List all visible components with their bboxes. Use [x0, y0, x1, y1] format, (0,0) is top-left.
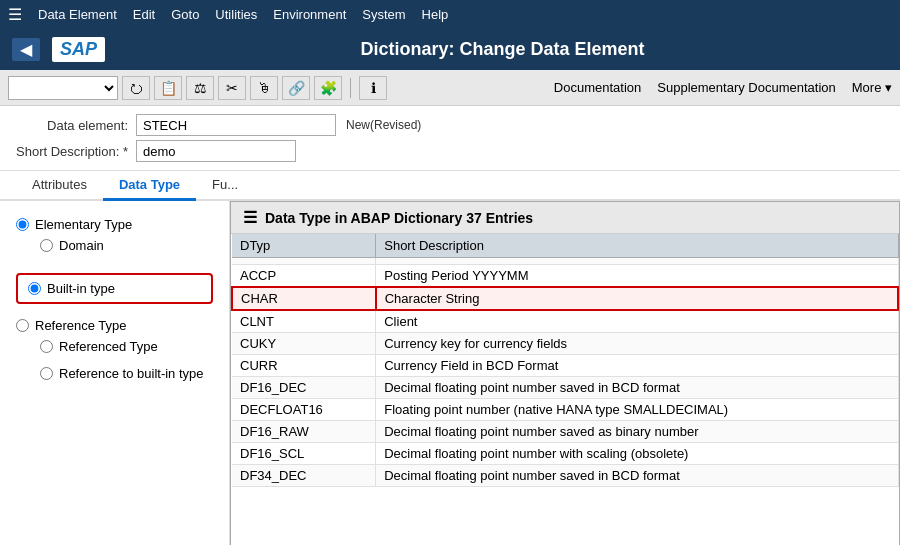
short-desc-input[interactable]: [136, 140, 296, 162]
ref-builtin-label[interactable]: Reference to built-in type: [59, 366, 204, 381]
menu-edit[interactable]: Edit: [133, 7, 155, 22]
table-cell-description: Posting Period YYYYMM: [376, 265, 898, 288]
table-cell-dtype: ACCP: [232, 265, 376, 288]
referenced-type-label[interactable]: Referenced Type: [59, 339, 158, 354]
table-row[interactable]: DF16_RAWDecimal floating point number sa…: [232, 421, 898, 443]
table-row[interactable]: ACCPPosting Period YYYYMM: [232, 265, 898, 288]
nav-links: Documentation Supplementary Documentatio…: [554, 80, 892, 95]
menu-data-element[interactable]: Data Element: [38, 7, 117, 22]
toolbar-btn-2[interactable]: 📋: [154, 76, 182, 100]
main-content: Elementary Type Domain Built-in type Ref…: [0, 201, 900, 545]
table-row[interactable]: DF16_SCLDecimal floating point number wi…: [232, 443, 898, 465]
data-element-label: Data element:: [16, 118, 136, 133]
table-cell-description: Decimal floating point number with scali…: [376, 443, 898, 465]
domain-item: Domain: [40, 238, 213, 253]
reference-type-group: Reference Type Referenced Type Reference…: [16, 318, 213, 387]
table-cell-dtype: DF16_DEC: [232, 377, 376, 399]
referenced-type-item: Referenced Type: [40, 339, 213, 354]
menu-hamburger-icon[interactable]: ☰: [8, 5, 22, 24]
ref-builtin-item: Reference to built-in type: [40, 366, 213, 381]
table-cell-description: Decimal floating point number saved in B…: [376, 377, 898, 399]
table-cell-description: Decimal floating point number saved as b…: [376, 421, 898, 443]
data-element-input[interactable]: [136, 114, 336, 136]
referenced-type-radio[interactable]: [40, 340, 53, 353]
table-cell-dtype: CLNT: [232, 310, 376, 333]
back-button[interactable]: ◀: [12, 38, 40, 61]
menu-environment[interactable]: Environment: [273, 7, 346, 22]
table-row[interactable]: CHARCharacter String: [232, 287, 898, 310]
table-row[interactable]: DECFLOAT16Floating point number (native …: [232, 399, 898, 421]
data-element-row: Data element: New(Revised): [16, 114, 884, 136]
table-cell-description: Character String: [376, 287, 898, 310]
dropdown-table: DTyp Short Description ACCPPosting Perio…: [231, 234, 899, 487]
short-desc-label: Short Description: *: [16, 144, 136, 159]
reference-type-label[interactable]: Reference Type: [35, 318, 127, 333]
table-cell-dtype: CUKY: [232, 333, 376, 355]
toolbar-btn-7[interactable]: 🧩: [314, 76, 342, 100]
table-row[interactable]: CURRCurrency Field in BCD Format: [232, 355, 898, 377]
table-row[interactable]: [232, 258, 898, 265]
table-cell-description: Decimal floating point number saved in B…: [376, 465, 898, 487]
table-cell-description: Client: [376, 310, 898, 333]
elementary-type-label[interactable]: Elementary Type: [35, 217, 132, 232]
table-cell-dtype: CHAR: [232, 287, 376, 310]
dropdown-table-scroll[interactable]: DTyp Short Description ACCPPosting Perio…: [231, 234, 899, 487]
elementary-type-group: Elementary Type Domain: [16, 217, 213, 259]
table-cell-dtype: DF16_SCL: [232, 443, 376, 465]
table-row[interactable]: DF34_DECDecimal floating point number sa…: [232, 465, 898, 487]
table-row[interactable]: DF16_DECDecimal floating point number sa…: [232, 377, 898, 399]
tab-attributes[interactable]: Attributes: [16, 171, 103, 201]
table-cell-description: Currency Field in BCD Format: [376, 355, 898, 377]
table-cell-dtype: CURR: [232, 355, 376, 377]
table-row[interactable]: CUKYCurrency key for currency fields: [232, 333, 898, 355]
menu-bar: ☰ Data Element Edit Goto Utilities Envir…: [0, 0, 900, 28]
menu-items: Data Element Edit Goto Utilities Environ…: [38, 7, 448, 22]
menu-goto[interactable]: Goto: [171, 7, 199, 22]
table-cell-dtype: DECFLOAT16: [232, 399, 376, 421]
builtin-type-radio[interactable]: [28, 282, 41, 295]
dropdown-hamburger-icon[interactable]: ☰: [243, 208, 257, 227]
elementary-type-radio[interactable]: [16, 218, 29, 231]
table-header: DTyp Short Description: [232, 234, 898, 258]
reference-type-item: Reference Type: [16, 318, 213, 333]
supplementary-documentation-link[interactable]: Supplementary Documentation: [657, 80, 836, 95]
documentation-link[interactable]: Documentation: [554, 80, 641, 95]
dropdown-title: Data Type in ABAP Dictionary 37 Entries: [265, 210, 533, 226]
toolbar-btn-6[interactable]: 🔗: [282, 76, 310, 100]
toolbar-separator: [350, 78, 351, 98]
dropdown-header: ☰ Data Type in ABAP Dictionary 37 Entrie…: [231, 202, 899, 234]
more-link[interactable]: More ▾: [852, 80, 892, 95]
tab-data-type[interactable]: Data Type: [103, 171, 196, 201]
domain-label[interactable]: Domain: [59, 238, 104, 253]
toolbar-dropdown[interactable]: [8, 76, 118, 100]
data-element-status: New(Revised): [346, 118, 421, 132]
table-cell-description: Currency key for currency fields: [376, 333, 898, 355]
toolbar: ⭮ 📋 ⚖ ✂ 🖰 🔗 🧩 ℹ Documentation Supplement…: [0, 70, 900, 106]
menu-utilities[interactable]: Utilities: [215, 7, 257, 22]
right-panel: ☰ Data Type in ABAP Dictionary 37 Entrie…: [230, 201, 900, 545]
table-cell-dtype: DF34_DEC: [232, 465, 376, 487]
sap-logo: SAP: [52, 37, 105, 62]
tabs: Attributes Data Type Fu...: [0, 171, 900, 201]
dropdown-table-body: ACCPPosting Period YYYYMMCHARCharacter S…: [232, 258, 898, 487]
toolbar-btn-3[interactable]: ⚖: [186, 76, 214, 100]
short-desc-row: Short Description: *: [16, 140, 884, 162]
col-dtype: DTyp: [232, 234, 376, 258]
title-bar: ◀ SAP Dictionary: Change Data Element: [0, 28, 900, 70]
toolbar-btn-1[interactable]: ⭮: [122, 76, 150, 100]
tab-fu[interactable]: Fu...: [196, 171, 254, 201]
table-cell-description: Floating point number (native HANA type …: [376, 399, 898, 421]
table-row[interactable]: CLNTClient: [232, 310, 898, 333]
builtin-type-label[interactable]: Built-in type: [47, 281, 115, 296]
ref-builtin-radio[interactable]: [40, 367, 53, 380]
menu-system[interactable]: System: [362, 7, 405, 22]
page-title: Dictionary: Change Data Element: [117, 39, 888, 60]
menu-help[interactable]: Help: [422, 7, 449, 22]
elementary-type-item: Elementary Type: [16, 217, 213, 232]
toolbar-btn-info[interactable]: ℹ: [359, 76, 387, 100]
reference-type-radio[interactable]: [16, 319, 29, 332]
toolbar-btn-4[interactable]: ✂: [218, 76, 246, 100]
domain-radio[interactable]: [40, 239, 53, 252]
toolbar-btn-5[interactable]: 🖰: [250, 76, 278, 100]
form-area: Data element: New(Revised) Short Descrip…: [0, 106, 900, 171]
